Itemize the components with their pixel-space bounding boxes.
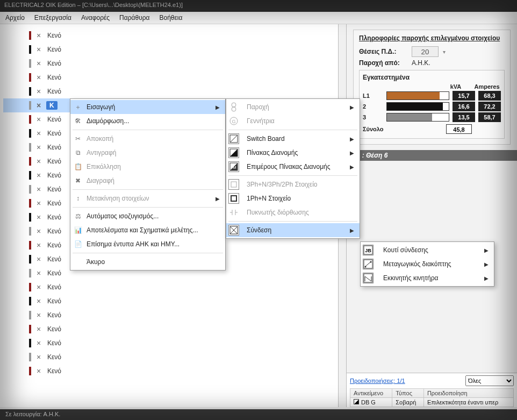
tree-row-label: Κενό xyxy=(46,46,61,53)
menu-1ph-element[interactable]: 1Ph+N Στοιχείο xyxy=(226,191,360,205)
supply-from-value: A.H.K. xyxy=(412,59,430,67)
menu-switchboard[interactable]: Switch Board▶ xyxy=(226,132,360,146)
menu-distboard[interactable]: Πίνακας Διανομής▶ xyxy=(226,146,360,160)
menu-windows[interactable]: Παράθυρα xyxy=(119,14,149,22)
phase-label: L1 xyxy=(363,92,383,99)
close-icon: × xyxy=(34,73,43,82)
menu-insert[interactable]: ＋ Εισαγωγή▶ xyxy=(70,100,225,114)
tree-row[interactable]: × Κενό xyxy=(3,280,338,294)
path-header: DB : Θέση 6 xyxy=(347,150,517,161)
plus-icon: ＋ xyxy=(74,103,82,112)
tree-row-label: Κενό xyxy=(46,339,61,347)
close-icon: × xyxy=(34,367,43,375)
tree-row[interactable]: × Κενό xyxy=(3,308,338,322)
svg-rect-11 xyxy=(231,182,236,187)
close-icon: × xyxy=(34,213,43,222)
svg-point-1 xyxy=(232,107,236,111)
menu-connection[interactable]: Σύνδεση▶ xyxy=(226,223,360,237)
svg-point-24 xyxy=(365,266,367,268)
tree-row-label: Κενό xyxy=(46,144,61,151)
col-warning: Προειδοποίηση xyxy=(423,389,513,398)
menu-generator[interactable]: G Γεννήτρια xyxy=(226,114,360,128)
menu-official[interactable]: 📄Επίσημα έντυπα AHK και HMY... xyxy=(70,237,225,251)
menu-cancel[interactable]: Άκυρο xyxy=(70,255,225,269)
positions-input[interactable] xyxy=(412,46,439,57)
menu-move[interactable]: ↕Μετακίνηση στοιχείων▶ xyxy=(70,191,225,205)
tree-row[interactable]: × Κενό xyxy=(3,84,338,98)
menu-reports[interactable]: Αναφορές xyxy=(81,14,110,22)
menu-supply[interactable]: Παροχή▶ xyxy=(226,100,360,114)
balance-icon: ⚖ xyxy=(74,212,82,220)
tree-row-label: Κενό xyxy=(46,227,61,235)
chevron-right-icon: ▶ xyxy=(350,164,354,170)
close-icon: × xyxy=(34,101,43,110)
amp-value: 72,2 xyxy=(478,102,501,111)
tree-row-label: Κενό xyxy=(46,353,61,361)
menu-junction-box[interactable]: JB Κουτί σύνδεσης▶ xyxy=(361,243,494,257)
connection-icon xyxy=(228,225,239,236)
sub-board-icon: M xyxy=(228,161,239,172)
menu-capacitor[interactable]: Πυκνωτής διόρθωσης xyxy=(226,205,360,219)
close-icon: × xyxy=(34,171,43,180)
svg-text:JB: JB xyxy=(365,248,371,253)
warnings-filter[interactable]: Όλες xyxy=(465,375,514,386)
tree-row-label: Κενό xyxy=(46,297,61,305)
tree-row[interactable]: × Κενό xyxy=(3,322,338,336)
warnings-table: Αντικείμενο Τύπος Προειδοποίηση DB GΣοβα… xyxy=(350,388,514,407)
tree-row-label: K xyxy=(46,101,58,110)
supply-icon xyxy=(228,102,239,112)
dropdown-icon[interactable]: ▾ xyxy=(443,49,446,55)
distribution-board-icon xyxy=(228,147,239,158)
menu-copy[interactable]: ⧉Αντιγραφή xyxy=(70,146,225,160)
load-bar xyxy=(386,91,449,100)
menu-paste[interactable]: 📋Επικόλληση xyxy=(70,160,225,174)
menu-configure[interactable]: 🛠Διαμόρφωση... xyxy=(70,114,225,128)
junction-box-icon: JB xyxy=(363,245,374,255)
total-value: 45,8 xyxy=(446,124,472,134)
tree-row[interactable]: × Κενό xyxy=(3,56,338,70)
close-icon: × xyxy=(34,143,43,152)
transfer-switch-icon xyxy=(363,259,374,269)
col-kva: kVA xyxy=(442,83,470,90)
context-menu-3: JB Κουτί σύνδεσης▶ Μεταγωγικός διακόπτης… xyxy=(360,241,494,287)
menu-motor-starter[interactable]: Εκκινητής κινητήρα▶ xyxy=(361,271,494,285)
kva-value: 16,6 xyxy=(453,102,475,111)
chevron-right-icon: ▶ xyxy=(350,104,354,110)
chevron-right-icon: ▶ xyxy=(350,150,354,156)
close-icon: × xyxy=(34,157,43,166)
tree-row-label: Κενό xyxy=(46,311,61,319)
tree-row[interactable]: × Κενό xyxy=(3,42,338,56)
menu-transfer-switch[interactable]: Μεταγωγικός διακόπτης▶ xyxy=(361,257,494,271)
tree-row-label: Κενό xyxy=(46,241,61,249)
menu-autobalance[interactable]: ⚖Αυτόματος ισοζυγισμός... xyxy=(70,209,225,223)
tree-row-label: Κενό xyxy=(46,74,61,81)
copy-icon: ⧉ xyxy=(74,149,82,156)
tree-row-label: Κενό xyxy=(46,32,61,39)
tree-row[interactable]: × Κενό xyxy=(3,294,338,308)
tree-row-label: Κενό xyxy=(46,200,61,207)
menu-file[interactable]: Αρχείο xyxy=(5,14,25,22)
chevron-right-icon: ▶ xyxy=(350,136,354,142)
menu-results[interactable]: 📊Αποτελέσματα και Σχηματικά μελέτης... xyxy=(70,223,225,237)
generator-icon: G xyxy=(228,116,239,126)
col-amp: Amperes xyxy=(473,83,501,90)
menu-3ph-element[interactable]: 3Ph+N/3Ph/2Ph Στοιχείο xyxy=(226,177,360,191)
menu-help[interactable]: Βοήθεια xyxy=(159,14,182,22)
tree-row[interactable]: × Κενό xyxy=(3,70,338,84)
tree-row[interactable]: × Κενό xyxy=(3,350,338,364)
tree-row[interactable]: × Κενό xyxy=(3,29,338,42)
warning-row[interactable]: DB GΣοβαρήΕπιλεκτικότητα έναντι υπερ xyxy=(350,398,514,407)
menu-delete[interactable]: ✖Διαγραφή xyxy=(70,174,225,188)
warnings-link[interactable]: Προειδοποιήσεις: 1/1 xyxy=(350,378,405,384)
supply-from-label: Παροχή από: xyxy=(359,59,407,67)
tree-row[interactable]: × Κενό xyxy=(3,364,338,378)
load-row: 3 13,5 58,7 xyxy=(363,112,501,122)
motor-starter-icon xyxy=(363,273,374,283)
tree-row[interactable]: × Κενό xyxy=(3,336,338,350)
chevron-right-icon: ▶ xyxy=(484,247,489,253)
menu-cut[interactable]: ✂Αποκοπή xyxy=(70,132,225,146)
menu-subdist[interactable]: M Επιμέρους Πίνακας Διανομής▶ xyxy=(226,160,360,174)
close-icon: × xyxy=(34,185,43,194)
menu-edit[interactable]: Επεξεργασία xyxy=(34,14,71,22)
scissors-icon: ✂ xyxy=(74,135,82,143)
